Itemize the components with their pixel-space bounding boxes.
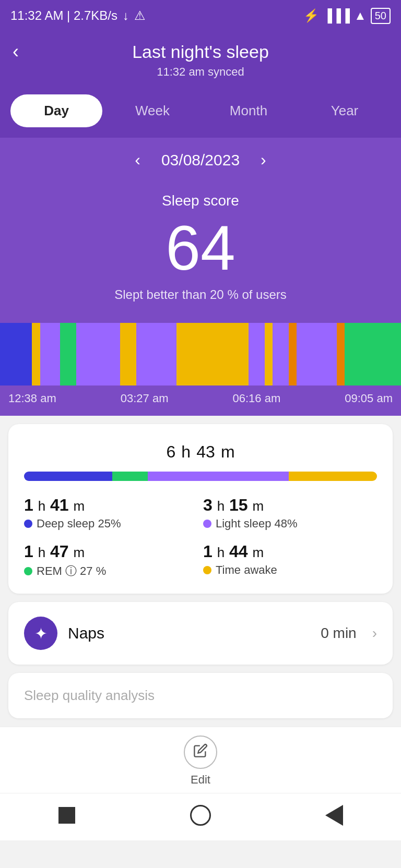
light-sleep-dot — [203, 520, 211, 528]
duration-card: 6 h 43 m 1 h 41 m Deep sleep 25% — [8, 424, 393, 594]
rem-sleep-label: REM ⓘ 27 % — [24, 563, 198, 579]
chart-light-5 — [249, 323, 265, 385]
tab-year[interactable]: Year — [299, 94, 391, 127]
chart-awake-2 — [120, 323, 136, 385]
chart-rem-1 — [60, 323, 68, 385]
status-bar: 11:32 AM | 2.7KB/s ↓ ⚠ ⚡ ▐▐▐ ▲ 50 — [0, 0, 401, 31]
sleep-score-subtext: Slept better than 20 % of users — [0, 287, 401, 302]
edit-label: Edit — [191, 773, 210, 787]
nav-home-button[interactable] — [188, 803, 213, 828]
light-sleep-label: Light sleep 48% — [203, 517, 377, 531]
tab-bar: Day Week Month Year — [0, 94, 401, 138]
next-date-button[interactable]: › — [261, 150, 266, 170]
deep-sleep-dot — [24, 520, 32, 528]
sleep-stats-grid: 1 h 41 m Deep sleep 25% 3 h 15 m Light s… — [24, 496, 377, 579]
bluetooth-icon: ⚡ — [303, 8, 319, 23]
battery-indicator: 50 — [371, 8, 391, 24]
chart-awake-4 — [208, 323, 249, 385]
chart-seg1 — [289, 323, 297, 385]
total-duration: 6 h 43 m — [24, 439, 377, 462]
quality-analysis-card[interactable]: Sleep quality analysis — [8, 673, 393, 718]
prev-date-button[interactable]: ‹ — [135, 150, 140, 170]
quality-label: Sleep quality analysis — [24, 688, 377, 704]
nav-back-button[interactable] — [322, 803, 347, 828]
naps-card[interactable]: ✦ Naps 0 min › — [8, 602, 393, 665]
time-label-1: 12:38 am — [8, 392, 56, 405]
rem-sleep-dot — [24, 567, 32, 575]
chart-light-2 — [76, 323, 96, 385]
deep-sleep-value: 1 h 41 m — [24, 496, 198, 515]
duration-minutes: 43 — [196, 442, 215, 461]
signal-icon: ▐▐▐ — [323, 8, 350, 23]
cards-section: 6 h 43 m 1 h 41 m Deep sleep 25% — [0, 416, 401, 727]
tab-week[interactable]: Week — [107, 94, 198, 127]
time-label-2: 03:27 am — [121, 392, 169, 405]
edit-button[interactable] — [184, 736, 217, 769]
stat-deep-sleep: 1 h 41 m Deep sleep 25% — [24, 496, 198, 531]
bar-green — [112, 472, 148, 481]
chart-awake-3 — [176, 323, 208, 385]
time-label-3: 06:16 am — [233, 392, 281, 405]
system-nav — [0, 793, 401, 840]
time-awake-label: Time awake — [203, 563, 377, 577]
bar-awake — [289, 472, 377, 481]
stat-rem-sleep: 1 h 47 m REM ⓘ 27 % — [24, 542, 198, 579]
duration-m-label: m — [221, 442, 235, 461]
page-title: Last night's sleep — [0, 42, 401, 62]
date-nav: ‹ 03/08/2023 › — [0, 138, 401, 182]
wifi-icon: ▲ — [354, 8, 367, 23]
back-button[interactable]: ‹ — [13, 41, 19, 63]
edit-bar: Edit — [0, 727, 401, 793]
sleep-progress-bar — [24, 472, 377, 481]
awake-dot — [203, 566, 211, 574]
tab-month[interactable]: Month — [203, 94, 294, 127]
chart-awake-1 — [32, 323, 40, 385]
chart-light-7 — [297, 323, 337, 385]
time-label-4: 09:05 am — [345, 392, 393, 405]
header: ‹ Last night's sleep 11:32 am synced — [0, 31, 401, 94]
download-icon: ↓ — [123, 8, 129, 23]
status-time: 11:32 AM | 2.7KB/s — [10, 8, 117, 23]
chart-deep-1 — [0, 323, 32, 385]
chart-light-4 — [136, 323, 176, 385]
rem-sleep-value: 1 h 47 m — [24, 542, 198, 561]
naps-value: 0 min — [321, 625, 356, 642]
naps-icon: ✦ — [24, 617, 57, 650]
deep-sleep-label: Deep sleep 25% — [24, 517, 198, 531]
duration-h-label: h — [181, 442, 191, 461]
bar-light — [148, 472, 289, 481]
triangle-icon — [325, 805, 343, 826]
chart-awake-5 — [265, 323, 273, 385]
status-left: 11:32 AM | 2.7KB/s ↓ ⚠ — [10, 8, 146, 23]
time-awake-value: 1 h 44 m — [203, 542, 377, 561]
status-right: ⚡ ▐▐▐ ▲ 50 — [303, 8, 391, 24]
square-icon — [58, 807, 75, 824]
naps-chevron-icon: › — [372, 625, 377, 642]
sleep-chart — [0, 323, 401, 385]
sleep-score-section: Sleep score 64 Slept better than 20 % of… — [0, 182, 401, 323]
duration-hours: 6 — [166, 442, 175, 461]
tab-day[interactable]: Day — [10, 94, 102, 127]
sync-status: 11:32 am synced — [0, 65, 401, 79]
bar-deep — [24, 472, 112, 481]
chart-light-6 — [273, 323, 289, 385]
chart-light-3 — [96, 323, 120, 385]
warning-icon: ⚠ — [134, 8, 146, 23]
edit-icon — [193, 743, 208, 762]
chart-rem-3 — [345, 323, 401, 385]
stat-light-sleep: 3 h 15 m Light sleep 48% — [203, 496, 377, 531]
current-date: 03/08/2023 — [161, 151, 240, 169]
chart-light-1 — [40, 323, 60, 385]
sleep-score-value: 64 — [0, 216, 401, 279]
circle-icon — [190, 805, 211, 826]
chart-seg2 — [337, 323, 345, 385]
nav-square-button[interactable] — [54, 803, 79, 828]
stat-time-awake: 1 h 44 m Time awake — [203, 542, 377, 579]
naps-label: Naps — [68, 624, 310, 642]
time-labels: 12:38 am 03:27 am 06:16 am 09:05 am — [0, 385, 401, 416]
sleep-score-label: Sleep score — [0, 192, 401, 209]
chart-rem-2 — [68, 323, 76, 385]
light-sleep-value: 3 h 15 m — [203, 496, 377, 515]
